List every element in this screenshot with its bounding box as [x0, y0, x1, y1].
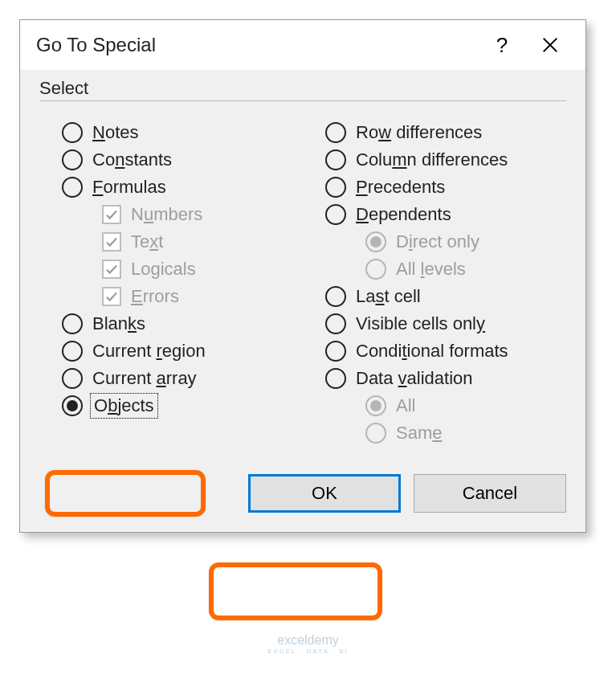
titlebar: Go To Special ?	[20, 20, 585, 70]
option-label: Errors	[131, 286, 179, 307]
option: Direct only	[365, 231, 566, 252]
radio-icon	[62, 341, 83, 362]
radio-icon	[365, 259, 386, 280]
option-label: Column differences	[356, 149, 508, 170]
radio-icon	[62, 122, 83, 143]
radio-icon	[365, 395, 386, 416]
ok-button[interactable]: OK	[248, 474, 401, 513]
option-label: Last cell	[356, 286, 421, 307]
option-label: Precedents	[356, 177, 445, 198]
radio-icon	[62, 368, 83, 389]
radio-icon	[325, 368, 346, 389]
annotation-highlight-ok	[209, 562, 382, 620]
option[interactable]: Data validation	[325, 368, 566, 389]
option-label: Text	[131, 231, 163, 252]
radio-icon	[325, 122, 346, 143]
radio-icon	[325, 286, 346, 307]
option-label: Conditional formats	[356, 341, 508, 362]
option-label: Current region	[92, 341, 206, 362]
option[interactable]: Last cell	[325, 286, 566, 307]
group-legend: Select	[39, 78, 96, 99]
radio-icon	[325, 177, 346, 198]
option: All	[365, 395, 566, 416]
option[interactable]: Formulas	[62, 177, 303, 198]
option-label: Direct only	[396, 231, 479, 252]
option-label: Dependents	[356, 204, 451, 225]
radio-icon	[325, 204, 346, 225]
button-row: OK Cancel	[39, 474, 566, 513]
cancel-button[interactable]: Cancel	[414, 474, 566, 513]
option: All levels	[365, 259, 566, 280]
left-column: NotesConstantsFormulasNumbersTextLogical…	[39, 116, 303, 450]
option-label: Visible cells only	[356, 313, 485, 334]
watermark-brand: exceldemy	[277, 633, 338, 647]
option[interactable]: Row differences	[325, 122, 566, 143]
watermark: exceldemy EXCEL · DATA · BI	[267, 633, 349, 655]
goto-special-dialog: Go To Special ? Select NotesConstantsFor…	[19, 19, 586, 533]
option[interactable]: Current region	[62, 341, 303, 362]
watermark-tag: EXCEL · DATA · BI	[267, 648, 349, 655]
option[interactable]: Dependents	[325, 204, 566, 225]
option[interactable]: Precedents	[325, 177, 566, 198]
checkbox-icon	[102, 205, 121, 224]
option-label: Numbers	[131, 204, 202, 225]
option-label: All levels	[396, 259, 466, 280]
option[interactable]: Column differences	[325, 149, 566, 170]
divider	[39, 100, 566, 101]
option-label: Row differences	[356, 122, 482, 143]
options-columns: NotesConstantsFormulasNumbersTextLogical…	[39, 116, 566, 450]
option-label: Data validation	[356, 368, 473, 389]
radio-icon	[325, 149, 346, 170]
option-label: All	[396, 395, 415, 416]
option: Text	[102, 231, 303, 252]
option-label: Current array	[92, 368, 197, 389]
option[interactable]: Constants	[62, 149, 303, 170]
select-group: Select NotesConstantsFormulasNumbersText…	[39, 78, 566, 450]
radio-icon	[365, 423, 386, 444]
option[interactable]: Current array	[62, 368, 303, 389]
help-button[interactable]: ?	[478, 33, 526, 58]
checkbox-icon	[102, 232, 121, 252]
option: Logicals	[102, 259, 303, 280]
option-label: Notes	[92, 122, 138, 143]
option-label: Blanks	[92, 313, 145, 334]
option[interactable]: Notes	[62, 122, 303, 143]
checkbox-icon	[102, 260, 121, 279]
option-label: Same	[396, 423, 443, 444]
radio-icon	[62, 177, 83, 198]
option: Same	[365, 423, 566, 444]
option[interactable]: Objects	[62, 395, 303, 416]
option[interactable]: Visible cells only	[325, 313, 566, 334]
close-icon	[541, 36, 559, 54]
option-label: Constants	[92, 149, 172, 170]
radio-icon	[325, 341, 346, 362]
close-button[interactable]	[526, 31, 574, 59]
option-label: Formulas	[92, 177, 166, 198]
radio-icon	[325, 313, 346, 334]
radio-icon	[62, 395, 83, 416]
right-column: Row differencesColumn differencesPrecede…	[303, 116, 566, 450]
radio-icon	[62, 313, 83, 334]
radio-icon	[62, 149, 83, 170]
option: Numbers	[102, 204, 303, 225]
radio-icon	[365, 231, 386, 252]
option[interactable]: Blanks	[62, 313, 303, 334]
option: Errors	[102, 286, 303, 307]
dialog-body: Select NotesConstantsFormulasNumbersText…	[20, 70, 585, 532]
option-label: Objects	[92, 395, 156, 416]
option[interactable]: Conditional formats	[325, 341, 566, 362]
checkbox-icon	[102, 287, 121, 306]
dialog-title: Go To Special	[36, 34, 478, 56]
option-label: Logicals	[131, 259, 196, 280]
